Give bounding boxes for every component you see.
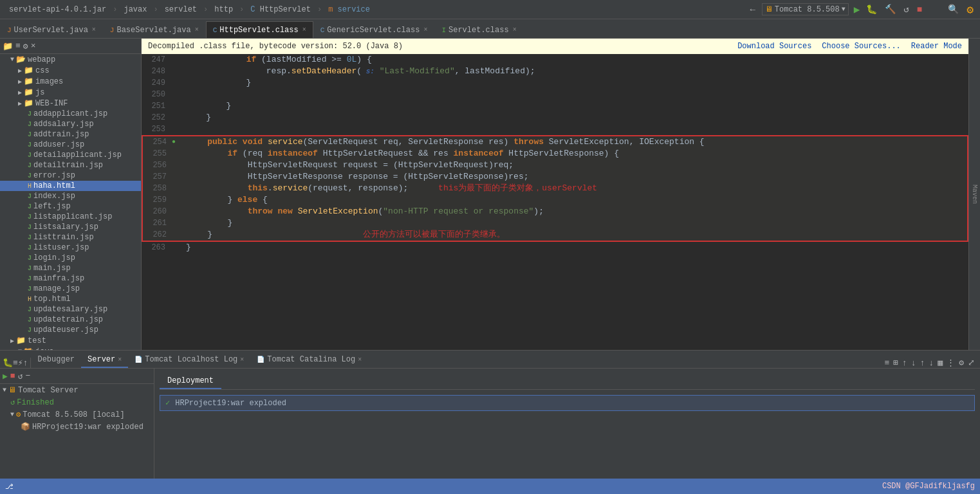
project-icon[interactable]: 📁 [3,41,13,51]
align-icon3[interactable]: ↑ [902,358,907,368]
sidebar-item-addtrain[interactable]: J addtrain.jsp [0,129,141,140]
code-editor[interactable]: 247 if (lastModified >= 0L) { 248 resp.s… [142,54,968,350]
sidebar-item-updateuser[interactable]: J updateuser.jsp [0,325,141,335]
sidebar-item-error[interactable]: J error.jsp [0,170,141,181]
download-sources-link[interactable]: Download Sources [737,42,811,51]
undeploy-icon[interactable]: − [25,371,30,381]
choose-sources-link[interactable]: Choose Sources... [822,42,900,51]
sidebar-item-images[interactable]: ▶ 📁 images [0,76,141,87]
server-tab-close[interactable]: × [118,356,122,363]
server-tree-item-finished[interactable]: ↺ Finished [0,396,154,408]
run-button[interactable]: ▶ [854,3,860,16]
sidebar-item-addapplicant[interactable]: J addapplicant.jsp [0,109,141,119]
tab-close-3[interactable]: × [302,26,306,33]
stop-server-icon[interactable]: ■ [10,371,15,381]
settings-icon[interactable]: ⚙ [965,3,975,17]
tab-server[interactable]: Server × [81,352,128,368]
sidebar-item-updatetrain[interactable]: J updatetrain.jsp [0,315,141,325]
server-tree-item-deployment[interactable]: 📦 HRProject19:war exploded [0,421,154,433]
sidebar-item-left[interactable]: J left.jsp [0,201,141,212]
line-content-258: this.service(request, response); this为最下… [185,183,967,194]
file-label-20: updatesalary.jsp [33,305,107,314]
tab-genericservlet[interactable]: C GenericServlet.class × [313,21,435,38]
align-icon2[interactable]: ⊞ [893,358,898,368]
stop-icon[interactable]: ■ [916,5,923,15]
nav-service[interactable]: m service [324,4,374,15]
sidebar-item-detailtrain[interactable]: J detailtrain.jsp [0,160,141,170]
nav-javax[interactable]: javax [120,4,151,15]
nav-http[interactable]: http [210,4,237,15]
list-icon[interactable]: ≡ [13,358,18,368]
tab-httpservlet[interactable]: C HttpServlet.class × [206,21,313,38]
sidebar-item-mainfra[interactable]: J mainfra.jsp [0,273,141,284]
server-selector[interactable]: 🖥 Tomcat 8.5.508 ▼ [762,3,849,15]
tab-close-4[interactable]: × [423,26,427,33]
maximize-icon[interactable]: ⤢ [968,358,975,368]
sidebar-item-addsalary[interactable]: J addsalary.jsp [0,119,141,129]
debug-panel-icon[interactable]: 🐛 [3,358,13,368]
sidebar-item-detailapplicant[interactable]: J detailapplicant.jsp [0,150,141,160]
sidebar-item-main[interactable]: J main.jsp [0,263,141,273]
jsp-icon-5: J [28,152,32,159]
dots-icon[interactable]: ⋮ [947,358,955,368]
catalina-tab-close[interactable]: × [358,356,362,363]
tab-close[interactable]: × [92,26,96,33]
tab-userservlet[interactable]: J UserServlet.java × [0,21,103,38]
table-icon[interactable]: ▦ [938,358,943,368]
tab-baseservlet[interactable]: J BaseServlet.java × [103,21,206,38]
build-icon[interactable]: 🔨 [883,4,897,15]
reader-mode-link[interactable]: Reader Mode [911,42,962,51]
sidebar-item-top[interactable]: H top.html [0,294,141,304]
sidebar-item-listuser[interactable]: J listuser.jsp [0,242,141,253]
tab-close-5[interactable]: × [513,26,517,33]
align-icon6[interactable]: ↓ [929,358,934,368]
collapse-icon[interactable]: ≡ [15,41,21,51]
reload-icon[interactable]: ↺ [902,4,910,15]
align-icon5[interactable]: ↑ [920,358,925,368]
search-icon[interactable]: 🔍 [947,4,960,15]
gear-icon-sidebar[interactable]: ⚙ [23,41,28,51]
code-line-261: 261 } [143,217,967,229]
deployment-item[interactable]: ✓ HRProject19:war exploded [160,395,975,411]
nav-httpservlet[interactable]: C HttpServlet [246,4,315,15]
sidebar-item-js[interactable]: ▶ 📁 js [0,87,141,98]
restore-icon[interactable]: ↑ [23,358,28,368]
tab-tomcat-catalina[interactable]: 📄 Tomcat Catalina Log × [250,352,368,368]
filter-icon[interactable]: ⚡ [18,358,23,368]
restart-server-icon[interactable]: ↺ [18,371,23,381]
close-sidebar-icon[interactable]: × [31,41,36,51]
back-icon[interactable]: ← [748,5,756,15]
tab-debugger[interactable]: Debugger [31,352,81,368]
sidebar-item-index[interactable]: J index.jsp [0,191,141,201]
align-icon1[interactable]: ≡ [884,358,889,368]
sidebar-item-listtrain[interactable]: J listtrain.jsp [0,232,141,242]
tab-tomcat-localhost[interactable]: 📄 Tomcat Localhost Log × [128,352,250,368]
align-icon4[interactable]: ↓ [911,358,916,368]
tab-close-2[interactable]: × [195,26,199,33]
nav-servlet[interactable]: servlet [161,4,201,15]
server-tree-item-tomcat[interactable]: ▼ 🖥 Tomcat Server [0,384,154,396]
start-server-icon[interactable]: ▶ [3,371,8,381]
sidebar-item-adduser[interactable]: J adduser.jsp [0,140,141,150]
code-line-250: 250 [142,89,968,100]
sidebar-item-listapplicant[interactable]: J listapplicant.jsp [0,212,141,222]
sidebar-item-login[interactable]: J login.jsp [0,253,141,263]
sidebar-item-manage[interactable]: J manage.jsp [0,284,141,294]
settings-bottom-icon[interactable]: ⚙ [959,358,964,368]
sidebar-item-updatesalary[interactable]: J updatesalary.jsp [0,304,141,315]
file-label-8: haha.html [33,181,75,190]
sidebar-item-listsalary[interactable]: J listsalary.jsp [0,222,141,232]
sidebar-item-css[interactable]: ▶ 📁 css [0,65,141,76]
tab-servlet[interactable]: I Servlet.class × [434,21,523,38]
debug-icon[interactable]: 🐛 [865,4,878,15]
localhost-tab-close[interactable]: × [240,356,244,363]
sidebar-item-test[interactable]: ▶ 📁 test [0,335,141,346]
jsp-icon-20: J [28,327,32,334]
jsp-icon-8: J [28,193,32,200]
sidebar-item-webapp[interactable]: ▼ 📂 webapp [0,54,141,65]
sidebar-item-haha[interactable]: H haha.html [0,181,141,191]
jar-label[interactable]: servlet-api-4.0.1.jar [5,4,110,15]
deployment-tab-btn[interactable]: Deployment [160,374,221,389]
server-tree-item-instance[interactable]: ▼ ⚙ Tomcat 8.5.508 [local] [0,408,154,421]
sidebar-item-webinf[interactable]: ▶ 📁 WEB-INF [0,98,141,109]
